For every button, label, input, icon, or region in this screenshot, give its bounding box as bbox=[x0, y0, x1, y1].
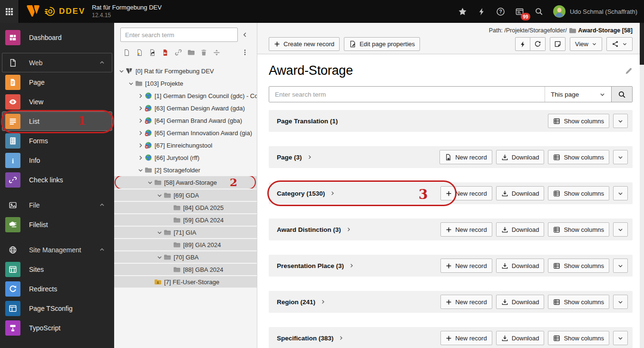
tree-node-89-gia-2024[interactable]: [89] GIA 2024 bbox=[114, 238, 257, 250]
tree-node-0-rat-f-r-formgebung-dev[interactable]: [0] Rat für Formgebung DEV bbox=[114, 65, 257, 77]
sidebar-item-web[interactable]: Web bbox=[2, 53, 112, 72]
chevron-down-icon[interactable] bbox=[127, 80, 135, 87]
panel-collapse-button[interactable] bbox=[613, 114, 628, 128]
show-columns-button[interactable]: Show columns bbox=[548, 259, 609, 273]
tree-node-103-projekte[interactable]: [103] Projekte bbox=[114, 77, 257, 89]
sidebar-item-page-tsconfig[interactable]: Page TSconfig bbox=[2, 298, 112, 318]
systeminformation-button[interactable]: 99 bbox=[511, 2, 528, 21]
page-shortcut-icon[interactable] bbox=[146, 47, 159, 58]
new-record-page-button[interactable]: New record bbox=[439, 150, 492, 164]
scrollbar[interactable] bbox=[640, 23, 644, 348]
record-search-input[interactable] bbox=[269, 87, 545, 102]
share-dropdown-button[interactable] bbox=[606, 37, 633, 51]
chevron-right-icon[interactable] bbox=[349, 263, 354, 268]
chevron-right-icon[interactable] bbox=[137, 130, 144, 136]
sidebar-item-filelist[interactable]: Filelist bbox=[2, 215, 112, 234]
chevron-right-icon[interactable] bbox=[137, 155, 144, 161]
chevron-down-icon[interactable] bbox=[156, 254, 163, 260]
search-button-topbar[interactable] bbox=[530, 2, 547, 21]
show-columns-button[interactable]: Show columns bbox=[548, 186, 609, 200]
chevron-right-icon[interactable] bbox=[307, 154, 312, 160]
sidebar-item-typoscript[interactable]: TypoScript bbox=[2, 318, 112, 338]
tree-node-66-jurytool-rff[interactable]: [66] Jurytool (rff) bbox=[114, 151, 257, 164]
chevron-down-icon[interactable] bbox=[156, 229, 163, 236]
link-icon[interactable] bbox=[172, 47, 185, 58]
new-record-button[interactable]: New record bbox=[440, 295, 492, 309]
panel-collapse-button[interactable] bbox=[613, 186, 628, 200]
panel-collapse-button[interactable] bbox=[613, 222, 628, 237]
chevron-down-icon[interactable] bbox=[146, 179, 154, 186]
chevron-right-icon[interactable] bbox=[338, 335, 344, 341]
download-button[interactable]: Download bbox=[496, 150, 545, 164]
download-button[interactable]: Download bbox=[496, 259, 545, 273]
tree-node-69-gda[interactable]: [69] GDA bbox=[114, 189, 257, 201]
trash-icon[interactable] bbox=[197, 47, 210, 58]
note-button[interactable] bbox=[550, 37, 566, 51]
page-hidden-icon[interactable] bbox=[133, 47, 146, 58]
show-columns-button[interactable]: Show columns bbox=[548, 295, 609, 309]
folder-icon[interactable] bbox=[185, 47, 197, 58]
panel-collapse-button[interactable] bbox=[613, 150, 628, 164]
panel-collapse-button[interactable] bbox=[613, 331, 628, 345]
search-scope-select[interactable]: This page bbox=[545, 87, 611, 102]
chevron-right-icon[interactable] bbox=[137, 105, 144, 111]
chevron-right-icon[interactable] bbox=[346, 227, 351, 232]
tree-node-88-gba-2024[interactable]: [88] GBA 2024 bbox=[114, 263, 257, 275]
tree-node-58-award-storage[interactable]: [58] Award-Storage2 bbox=[114, 176, 257, 189]
separator-icon[interactable] bbox=[210, 47, 223, 58]
sidebar-item-view[interactable]: View bbox=[2, 92, 112, 111]
show-columns-button[interactable]: Show columns bbox=[548, 222, 609, 237]
bookmark-button[interactable] bbox=[454, 2, 471, 21]
clear-cache-button[interactable] bbox=[473, 2, 490, 21]
tree-collapse-button[interactable] bbox=[238, 28, 252, 42]
new-page-icon[interactable] bbox=[120, 47, 133, 58]
chevron-down-icon[interactable] bbox=[137, 167, 144, 173]
new-record-button[interactable]: New record bbox=[440, 331, 492, 345]
sidebar-item-file[interactable]: File bbox=[2, 195, 112, 215]
user-menu[interactable]: Udo Schmal (Schaffrath) bbox=[553, 5, 637, 18]
sidebar-item-info[interactable]: iInfo bbox=[2, 150, 112, 170]
tree-node-67-einreichungstool[interactable]: [67] Einreichungstool bbox=[114, 139, 257, 151]
tree-node-71-gia[interactable]: [71] GIA bbox=[114, 226, 257, 238]
chevron-right-icon[interactable] bbox=[320, 299, 326, 305]
tree-search-input[interactable] bbox=[120, 28, 238, 42]
view-dropdown-button[interactable]: View bbox=[570, 37, 602, 51]
search-submit-button[interactable] bbox=[611, 87, 632, 102]
sidebar-item-site-management[interactable]: Site Management bbox=[2, 240, 112, 259]
create-new-record-button[interactable]: Create new record bbox=[269, 37, 340, 51]
tree-options-button[interactable] bbox=[239, 46, 251, 59]
sidebar-item-sites[interactable]: Sites bbox=[2, 259, 112, 279]
edit-title-button[interactable] bbox=[624, 67, 633, 75]
download-button[interactable]: Download bbox=[496, 295, 545, 309]
show-columns-button[interactable]: Show columns bbox=[548, 114, 609, 128]
sidebar-item-list[interactable]: List1 bbox=[2, 111, 112, 131]
sidebar-item-redirects[interactable]: Redirects bbox=[2, 279, 112, 298]
help-button[interactable]: ? bbox=[492, 2, 509, 21]
download-button[interactable]: Download bbox=[496, 186, 545, 200]
tree-node-2-storagefolder[interactable]: [2] Storagefolder bbox=[114, 164, 257, 176]
tree-node-70-gba[interactable]: [70] GBA bbox=[114, 250, 257, 263]
new-record-button[interactable]: New record bbox=[440, 259, 492, 273]
sidebar-item-check-links[interactable]: Check links bbox=[2, 170, 112, 189]
tree-node-84-gda-2025[interactable]: [84] GDA 2025 bbox=[114, 201, 257, 213]
chevron-down-icon[interactable] bbox=[118, 68, 125, 74]
new-record-button[interactable]: New record bbox=[440, 222, 492, 237]
tree-node-1-german-design-council-gdc-corpor[interactable]: [1] German Design Council (gdc) - Corpor bbox=[114, 89, 257, 102]
panel-collapse-button[interactable] bbox=[613, 259, 628, 273]
edit-page-properties-button[interactable]: Edit page properties bbox=[344, 37, 420, 51]
sidebar-item-page[interactable]: Page bbox=[2, 72, 112, 92]
sidebar-item-forms[interactable]: Forms bbox=[2, 131, 112, 150]
tree-node-7-fe-user-storage[interactable]: [7] FE-User-Storage bbox=[114, 275, 257, 288]
tree-node-63-german-design-award-gda[interactable]: [63] German Design Award (gda) bbox=[114, 102, 257, 114]
new-record-button[interactable]: New record bbox=[440, 186, 492, 200]
tree-node-64-german-brand-award-gba[interactable]: [64] German Brand Award (gba) bbox=[114, 114, 257, 127]
reload-button[interactable] bbox=[530, 37, 546, 51]
show-columns-button[interactable]: Show columns bbox=[548, 331, 609, 345]
chevron-right-icon[interactable] bbox=[330, 190, 335, 196]
chevron-down-icon[interactable] bbox=[156, 192, 163, 199]
page-mount-icon[interactable] bbox=[159, 47, 172, 58]
sidebar-item-dashboard[interactable]: Dashboard bbox=[2, 28, 112, 47]
panel-collapse-button[interactable] bbox=[613, 295, 628, 309]
show-columns-button[interactable]: Show columns bbox=[548, 150, 609, 164]
chevron-right-icon[interactable] bbox=[137, 118, 144, 124]
